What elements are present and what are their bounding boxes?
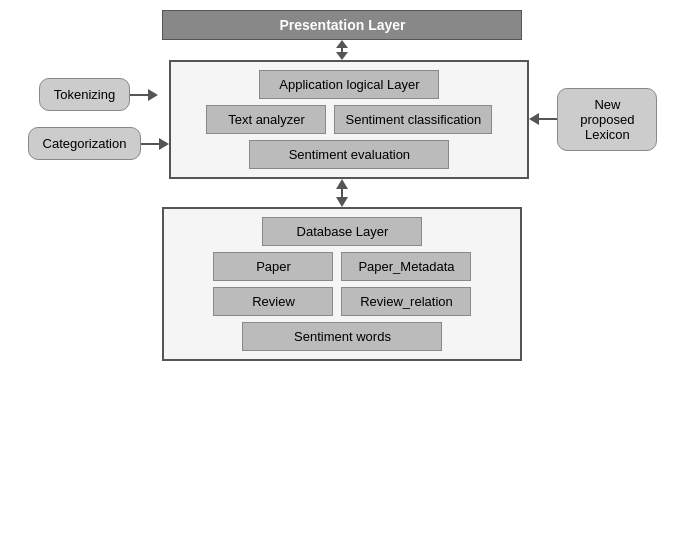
arrowhead — [148, 89, 158, 101]
presentation-layer-label: Presentation Layer — [279, 17, 405, 33]
arrow-line — [539, 118, 557, 120]
paper-metadata-label: Paper_Metadata — [358, 259, 454, 274]
arrow-line — [141, 143, 159, 145]
double-arrow — [336, 179, 348, 207]
tokenizing-row: Tokenizing — [39, 78, 158, 111]
arrow-down — [336, 197, 348, 207]
categorization-box: Categorization — [28, 127, 142, 160]
left-column: Tokenizing Categorization — [28, 78, 170, 160]
tokenizing-label: Tokenizing — [54, 87, 115, 102]
paper-metadata-box: Paper_Metadata — [341, 252, 471, 281]
sentiment-words-label: Sentiment words — [294, 329, 391, 344]
arrow-up — [336, 179, 348, 189]
app-layer-inner: Application logical Layer Text analyzer … — [179, 70, 519, 169]
arrow-down-tip — [336, 52, 348, 60]
arrow-up-tip — [336, 40, 348, 48]
sentiment-words-box: Sentiment words — [242, 322, 442, 351]
app-layer-box: Application logical Layer Text analyzer … — [169, 60, 529, 179]
paper-box: Paper — [213, 252, 333, 281]
sentiment-classification-box: Sentiment classification — [334, 105, 492, 134]
tokenizing-box: Tokenizing — [39, 78, 130, 111]
categorization-label: Categorization — [43, 136, 127, 151]
arrow-line — [130, 94, 148, 96]
architecture-diagram: Presentation Layer Tokenizing — [13, 10, 673, 530]
database-layer-box: Database Layer — [262, 217, 422, 246]
lexicon-arrow — [529, 113, 557, 125]
categorization-row: Categorization — [28, 127, 170, 160]
presentation-layer: Presentation Layer — [162, 10, 522, 40]
sentiment-evaluation-label: Sentiment evaluation — [289, 147, 410, 162]
arrowhead-left — [529, 113, 539, 125]
new-lexicon-label: New proposed Lexicon — [580, 97, 634, 142]
logical-layer-label: Application logical Layer — [279, 77, 419, 92]
db-layer-inner: Database Layer Paper Paper_Metadata Revi… — [172, 217, 512, 351]
categorization-arrow — [141, 138, 169, 150]
pres-to-app-arrow — [336, 40, 348, 60]
text-analyzer-label: Text analyzer — [228, 112, 305, 127]
text-sentiment-row: Text analyzer Sentiment classification — [179, 105, 519, 134]
sentiment-classification-label: Sentiment classification — [345, 112, 481, 127]
review-relation-box: Review_relation — [341, 287, 471, 316]
review-row: Review Review_relation — [172, 287, 512, 316]
paper-label: Paper — [256, 259, 291, 274]
review-label: Review — [252, 294, 295, 309]
sentiment-evaluation-box: Sentiment evaluation — [249, 140, 449, 169]
arrow-shaft — [341, 189, 343, 197]
text-analyzer-box: Text analyzer — [206, 105, 326, 134]
review-box: Review — [213, 287, 333, 316]
database-layer-label: Database Layer — [297, 224, 389, 239]
middle-row: Tokenizing Categorization — [28, 60, 658, 179]
arrowhead — [159, 138, 169, 150]
logical-layer-box: Application logical Layer — [259, 70, 439, 99]
db-layer-box: Database Layer Paper Paper_Metadata Revi… — [162, 207, 522, 361]
tokenizing-arrow — [130, 89, 158, 101]
new-lexicon-box: New proposed Lexicon — [557, 88, 657, 151]
review-relation-label: Review_relation — [360, 294, 453, 309]
paper-row: Paper Paper_Metadata — [172, 252, 512, 281]
